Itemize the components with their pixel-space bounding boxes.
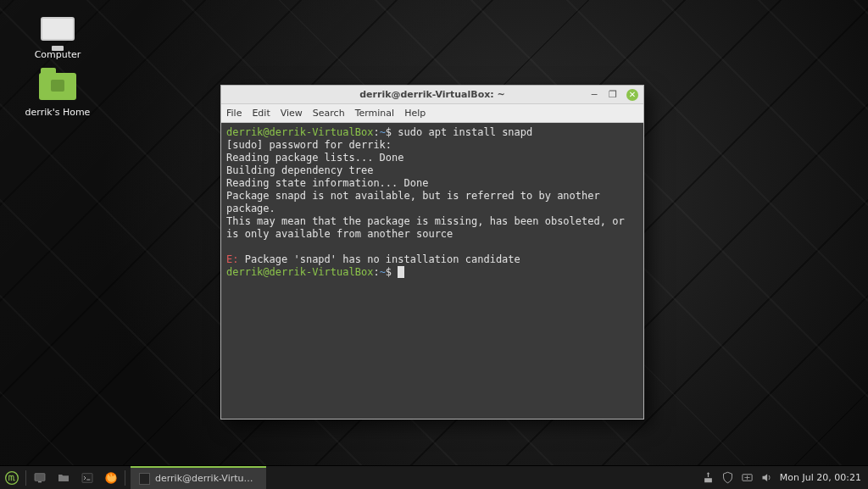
prompt-path: ~ bbox=[380, 266, 386, 278]
folder-icon bbox=[57, 471, 70, 485]
terminal-line: Reading state information... Done bbox=[226, 177, 428, 189]
menu-view[interactable]: View bbox=[281, 108, 303, 119]
terminal-window[interactable]: derrik@derrik-VirtualBox: ~ − ❐ ✕ File E… bbox=[220, 85, 644, 420]
start-menu-button[interactable] bbox=[0, 466, 24, 489]
firefox-icon bbox=[104, 471, 118, 485]
task-label: derrik@derrik-VirtualB... bbox=[155, 473, 258, 484]
terminal-body[interactable]: derrik@derrik-VirtualBox:~$ sudo apt ins… bbox=[221, 123, 643, 419]
svg-rect-3 bbox=[82, 473, 92, 482]
window-close-button[interactable]: ✕ bbox=[626, 89, 638, 101]
terminal-icon bbox=[139, 473, 150, 485]
terminal-line: Package snapd is not available, but is r… bbox=[226, 190, 606, 214]
terminal-menubar: File Edit View Search Terminal Help bbox=[221, 104, 643, 123]
menu-edit[interactable]: Edit bbox=[252, 108, 270, 119]
desktop-icon-home[interactable]: derrik's Home bbox=[24, 69, 92, 118]
window-minimize-button[interactable]: − bbox=[589, 90, 599, 100]
desktop-icon bbox=[33, 471, 47, 485]
prompt-path: ~ bbox=[380, 126, 386, 138]
terminal-line: [sudo] password for derrik: bbox=[226, 139, 392, 151]
window-maximize-button[interactable]: ❐ bbox=[608, 90, 618, 100]
taskbar: derrik@derrik-VirtualB... Mon Jul 20, 00… bbox=[0, 465, 868, 489]
folder-icon bbox=[37, 69, 78, 103]
terminal-launcher[interactable] bbox=[75, 466, 99, 489]
taskbar-clock[interactable]: Mon Jul 20, 00:21 bbox=[780, 472, 861, 483]
svg-rect-2 bbox=[38, 481, 42, 482]
menu-help[interactable]: Help bbox=[404, 108, 426, 119]
window-titlebar[interactable]: derrik@derrik-VirtualBox: ~ − ❐ ✕ bbox=[221, 86, 643, 104]
svg-rect-1 bbox=[35, 473, 45, 481]
prompt-user-host: derrik@derrik-VirtualBox bbox=[226, 266, 373, 278]
firefox-launcher[interactable] bbox=[99, 466, 123, 489]
file-manager-launcher[interactable] bbox=[52, 466, 75, 489]
taskbar-task-terminal[interactable]: derrik@derrik-VirtualB... bbox=[131, 466, 266, 489]
terminal-icon bbox=[81, 471, 94, 485]
error-prefix: E: bbox=[226, 253, 238, 265]
error-message: Package 'snapd' has no installation cand… bbox=[238, 253, 520, 265]
terminal-line: is only available from another source bbox=[226, 228, 453, 240]
show-desktop-button[interactable] bbox=[28, 466, 52, 489]
menu-file[interactable]: File bbox=[226, 108, 242, 119]
terminal-cursor bbox=[398, 266, 403, 278]
taskbar-separator bbox=[125, 470, 125, 486]
tray-volume-icon[interactable] bbox=[760, 471, 773, 484]
prompt-user-host: derrik@derrik-VirtualBox bbox=[226, 126, 373, 138]
command-text: sudo apt install snapd bbox=[398, 126, 532, 138]
tray-shield-icon[interactable] bbox=[721, 471, 734, 484]
terminal-line: Building dependency tree bbox=[226, 164, 373, 176]
tray-network-icon[interactable] bbox=[741, 471, 754, 484]
terminal-line: Reading package lists... Done bbox=[226, 152, 404, 164]
menu-search[interactable]: Search bbox=[313, 108, 345, 119]
menu-terminal[interactable]: Terminal bbox=[355, 108, 395, 119]
taskbar-separator bbox=[25, 470, 26, 486]
desktop-icon-label: derrik's Home bbox=[24, 107, 92, 118]
window-title: derrik@derrik-VirtualBox: ~ bbox=[221, 89, 643, 100]
tray-update-icon[interactable] bbox=[702, 471, 715, 484]
mint-logo-icon bbox=[5, 471, 19, 485]
computer-icon bbox=[37, 12, 78, 46]
desktop-icon-computer[interactable]: Computer bbox=[24, 12, 92, 60]
terminal-line: This may mean that the package is missin… bbox=[226, 215, 625, 227]
svg-point-0 bbox=[6, 471, 19, 484]
